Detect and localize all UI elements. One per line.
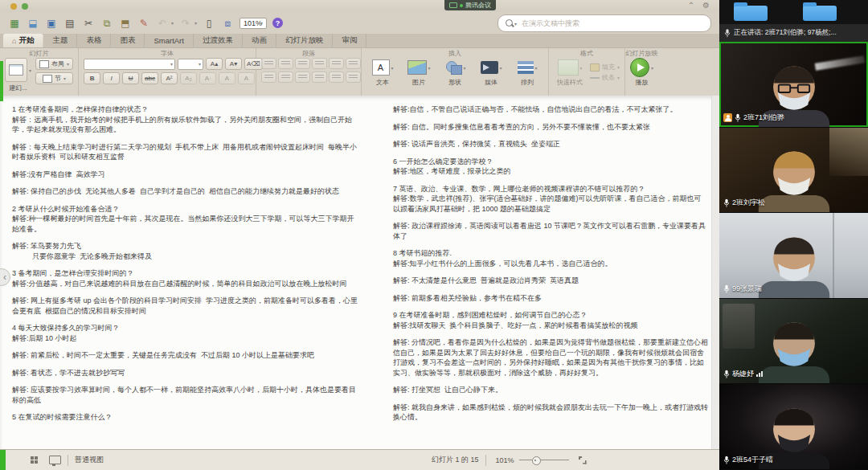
search-input[interactable] <box>520 18 704 28</box>
quick-styles-button[interactable]: ▾ 快速样式 <box>554 58 586 87</box>
increase-font-button[interactable]: A▴ <box>206 58 223 70</box>
strikethrough-button[interactable]: abc <box>141 72 158 84</box>
font-size-select[interactable]: ▾ <box>178 59 203 70</box>
cut-icon[interactable]: ✂ <box>82 17 95 30</box>
tab-幻灯片放映[interactable]: 幻灯片放映 <box>276 34 334 47</box>
participant-tile-99张景瑞[interactable]: 99张景瑞 <box>719 213 868 299</box>
outline-icon[interactable]: ▯ <box>203 17 215 30</box>
arrange-button[interactable]: ▾ 排列 <box>511 58 543 87</box>
subscript-button[interactable]: A₂ <box>180 72 197 84</box>
chevron-down-icon[interactable]: ▾ <box>194 20 197 26</box>
participant-tile-杨婕妤[interactable]: 杨婕妤 <box>719 299 868 385</box>
paragraph-style-button[interactable] <box>261 72 276 83</box>
minimize-traffic-light[interactable] <box>10 3 17 10</box>
zoom-select[interactable]: 101% ▾ <box>240 18 267 29</box>
insert-media-button[interactable]: ▾ 媒体 <box>475 58 507 87</box>
help-button[interactable]: ? <box>272 18 283 28</box>
zoom-traffic-light[interactable] <box>22 3 28 10</box>
font-name-select[interactable]: ▾ <box>84 59 175 70</box>
slide-canvas[interactable]: 1 在考研准备期间，怎样保持自律的状态？ 解答：远离手机，我开始考的时候把手机上… <box>0 96 719 450</box>
gear-icon[interactable]: ⚙ <box>702 1 710 10</box>
paragraph-style-button[interactable] <box>295 58 310 69</box>
undo-icon[interactable]: ↶ <box>156 17 169 30</box>
italic-button[interactable]: I <box>103 72 120 84</box>
bold-button[interactable]: B <box>84 72 100 84</box>
picture-icon <box>407 60 427 75</box>
tab-SmartArt[interactable]: SmartArt <box>145 34 193 47</box>
zoom-slider-knob[interactable] <box>532 456 541 465</box>
format-painter-icon[interactable]: ✎ <box>137 17 150 30</box>
slide-paragraph: 1 在考研准备期间，怎样保持自律的状态？ 解答：远离手机，我开始考的时候把手机上… <box>12 104 358 135</box>
slide-paragraph: 解答: 不太清楚是什么意思 普遍就是政治肖秀荣 英语真题 <box>393 276 708 286</box>
tab-主题[interactable]: 主题 <box>43 34 77 47</box>
vertical-scrollbar[interactable] <box>711 96 719 450</box>
status-bar: 普通视图 幻灯片 1 的 15 101% <box>0 449 719 470</box>
tab-过渡效果[interactable]: 过渡效果 <box>194 34 243 47</box>
char-spacing-button[interactable]: A∙ <box>199 72 216 84</box>
open-folder-icon[interactable]: ⬓ <box>27 17 39 30</box>
slide-text-column-left[interactable]: 1 在考研准备期间，怎样保持自律的状态？ 解答：远离手机，我开始考的时候把手机上… <box>12 104 358 430</box>
fill-label: 填充 <box>602 63 615 72</box>
tab-开始[interactable]: ⌂开始 <box>3 34 43 47</box>
tab-审阅[interactable]: 审阅 <box>333 34 366 47</box>
paragraph-style-button[interactable] <box>346 58 361 69</box>
copy-icon[interactable]: ⧉ <box>100 17 113 30</box>
paragraph-style-button[interactable] <box>329 72 344 83</box>
collapse-ribbon-icon[interactable]: ⌃ <box>688 1 694 10</box>
paste-icon[interactable]: ⬒ <box>119 17 132 30</box>
print-icon[interactable]: ▤ <box>63 17 76 30</box>
chevron-down-icon[interactable]: ▾ <box>171 20 174 26</box>
ribbon-group-slides: 幻灯片 ▾ 建幻... 布局 ▾ 节 <box>0 48 79 96</box>
save-icon[interactable]: ▣ <box>45 17 58 30</box>
quick-styles-icon <box>558 59 579 76</box>
section-button[interactable]: 节 ▾ <box>35 72 73 84</box>
participant-tile-2班54于子晴[interactable]: 2班54于子晴 <box>719 384 868 470</box>
zoom-slider[interactable] <box>519 460 569 460</box>
org-chart-icon[interactable]: ⧈ <box>221 17 234 30</box>
paragraph-style-button[interactable] <box>312 72 327 83</box>
statusbar-zoom-value: 101% <box>496 456 514 464</box>
lines-button[interactable]: 线条 ▾ <box>590 73 620 82</box>
paragraph-style-button[interactable] <box>329 58 344 69</box>
new-slide-button[interactable] <box>5 58 27 82</box>
play-icon <box>630 58 649 77</box>
paragraph-style-button[interactable] <box>261 58 276 69</box>
slide-sorter-view-icon[interactable] <box>31 456 38 464</box>
paragraph-style-button[interactable] <box>346 72 361 83</box>
insert-picture-button[interactable]: ▾ 图片 <box>403 58 435 87</box>
slide-text-column-right[interactable]: 解答:自信，不管自己说话正确与否，不能怯场，自信地说出自己的看法，不可太紧张了。… <box>393 104 708 430</box>
tab-表格[interactable]: 表格 <box>77 34 111 47</box>
paragraph-style-button[interactable] <box>295 72 310 83</box>
participant-tile-2班刘宇松[interactable]: 2班刘宇松 <box>719 128 868 214</box>
highlight-color-button[interactable]: A <box>238 72 255 84</box>
tab-label: 动画 <box>252 35 267 46</box>
tab-动画[interactable]: 动画 <box>243 34 276 47</box>
fill-button[interactable]: 填充 ▾ <box>590 63 620 72</box>
fullscreen-icon[interactable] <box>579 456 587 464</box>
paragraph-style-button[interactable] <box>278 72 293 83</box>
redo-icon[interactable]: ↷ <box>179 17 192 30</box>
slide-gallery-icon[interactable]: ▦ <box>8 17 21 30</box>
paragraph-style-button[interactable] <box>278 58 293 69</box>
recording-dot-icon <box>460 4 463 7</box>
underline-button[interactable]: U <box>122 72 139 84</box>
participant-tile-2班71刘伯骅[interactable]: 2班71刘伯骅 <box>719 42 868 128</box>
tab-图表[interactable]: 图表 <box>111 34 145 47</box>
slide-paragraph: 解答: 保持自己的步伐 无论其他人多卷 自己学到才是自己的 相信自己的能力继续努… <box>12 186 358 197</box>
normal-view-icon[interactable] <box>49 456 61 464</box>
search-box[interactable]: ▾ <box>497 14 711 32</box>
insert-shapes-button[interactable]: ▾ 形状 <box>439 58 471 87</box>
superscript-button[interactable]: A² <box>161 72 178 84</box>
slide-paragraph: 解答: 前期多看相关经验贴，参考书在精不在多 <box>393 293 708 304</box>
decrease-font-button[interactable]: A▾ <box>225 58 242 70</box>
slide-paragraph: 5 在复试的时候需要注意什么？ <box>12 412 358 423</box>
chevron-down-icon: ▾ <box>67 61 69 67</box>
layout-button[interactable]: 布局 ▾ <box>35 58 73 70</box>
chevron-down-icon[interactable]: ▾ <box>29 67 31 73</box>
screen: 腾讯会议 ▦⬓▣▤✂⧉⬒✎↶▾↷▾▯⧈ 101% ▾ ? ▾ ⌂开始主题表格图表… <box>0 0 868 470</box>
insert-text-button[interactable]: A▾ 文本 <box>366 58 399 87</box>
meeting-share-badge[interactable]: 腾讯会议 <box>444 0 496 10</box>
font-color-button[interactable]: A <box>219 72 235 84</box>
paragraph-style-button[interactable] <box>312 58 327 69</box>
play-slideshow-button[interactable]: ▾ 播放 <box>630 58 653 87</box>
